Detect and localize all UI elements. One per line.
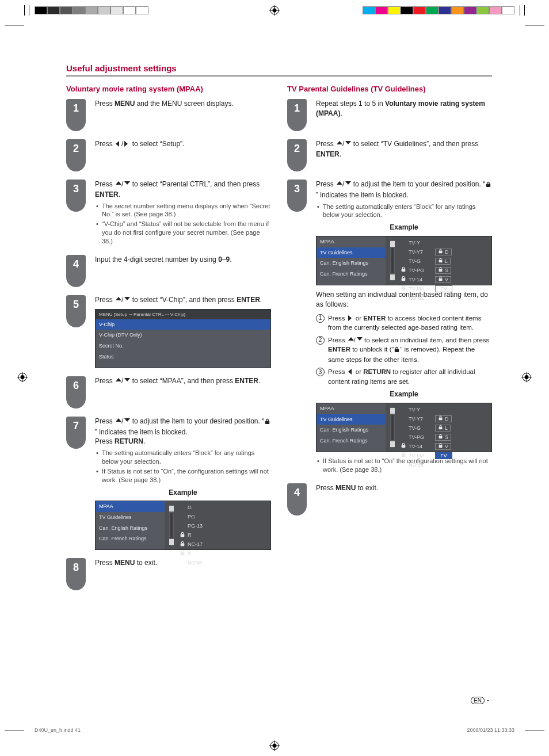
osd-sidebar-item: Can. French Ratings [96,533,165,544]
step-notes: The setting automatically enters “Block”… [95,449,271,484]
osd-screenshot: MPAATV GuidelinesCan. English RatingsCan… [95,501,271,550]
crop-tick [524,5,525,16]
down-arrow-icon [123,296,130,306]
down-arrow-icon [123,417,130,427]
osd-sidebar-item: TV Guidelines [96,512,165,523]
circled-number: 2 [316,336,325,345]
step: 4 Press MENU to exit. [287,483,492,516]
osd-rating-row: NONE [180,559,212,567]
osd-sidebar-item: Can. English Ratings [317,425,386,436]
osd-screenshot: MPAATV GuidelinesCan. English RatingsCan… [316,236,492,285]
osd-scrollbar [390,407,395,448]
circled-number: 3 [316,368,325,376]
svg-rect-20 [439,269,443,272]
up-arrow-icon [115,417,121,427]
osd-sidebar-item: Can. English Ratings [96,523,165,534]
left-arrow-icon [347,368,354,377]
svg-rect-24 [395,349,399,353]
step-notes: The secret number setting menu displays … [95,202,271,246]
lock-icon [180,550,185,558]
example-label: Example [316,223,492,232]
svg-rect-29 [439,445,443,448]
osd-menu-item: V-Chip [96,319,270,330]
osd-rating-label: TV-Y7 [409,415,433,423]
sub-step: 1Press or ENTER to access blocked conten… [316,314,492,333]
osd-sidebar-item: Can. French Ratings [317,436,386,446]
crop-tick [24,5,25,16]
osd-content-box: L [435,425,451,432]
up-arrow-icon [336,140,342,150]
osd-sidebar: MPAATV GuidelinesCan. English RatingsCan… [317,403,386,452]
osd-rating-label: TV-Y [409,239,433,247]
lock-icon [401,442,406,450]
up-arrow-icon [336,180,342,190]
osd-rating-label: X [188,550,212,558]
osd-sidebar: MPAATV GuidelinesCan. English RatingsCan… [96,501,165,549]
step: 2 Press / to select “Setup”. [66,139,271,171]
registration-mark-icon [269,5,280,16]
sub-steps: 1Press or ENTER to access blocked conten… [316,314,492,387]
right-arrow-icon [347,314,354,324]
step-text: Press / to adjust the item to your desir… [95,417,271,551]
sub-step: 2Press / to select an individual item, a… [316,336,492,365]
svg-rect-25 [439,418,443,421]
example-label: Example [316,390,492,399]
step-number-badge: 7 [66,417,86,449]
step-number-badge: 3 [66,180,86,212]
osd-rating-row: TV-MAFV [401,285,452,293]
step: 7 Press / to adjust the item to your des… [66,417,271,551]
crop-mark [525,730,544,731]
crop-mark [5,25,24,26]
up-arrow-icon [347,336,354,346]
dash-icon: - [487,696,489,704]
osd-rating-label: G [188,504,212,511]
sub-step-text: Press or RETURN to register after all in… [328,368,492,386]
color-swatches-grey [35,6,148,14]
step-number-badge: 5 [66,295,86,327]
registration-mark-icon [521,372,532,384]
osd-content-box: V [435,276,451,283]
lock-icon [438,415,443,423]
crop-tick [520,5,520,16]
osd-rating-label: R [188,532,212,539]
columns: Voluntary movie rating system (MPAA) 1 P… [66,85,492,598]
osd-rating-label: NC-17 [188,541,212,548]
osd-content-box: S [435,434,451,441]
osd-rating-label: TV-14 [409,276,433,284]
osd-rating-label: NONE [409,295,433,302]
osd-rating-row: G [180,503,212,511]
svg-rect-15 [181,552,185,555]
osd-sidebar-item: MPAA [96,501,165,512]
svg-rect-16 [486,184,490,188]
osd-content-box: L [435,258,451,265]
circled-number: 1 [316,314,325,323]
down-arrow-icon [344,140,351,150]
osd-main: GPGPG-13RNC-17XNONE [165,501,270,549]
step-text: Press / to select “MPAA”, and then press… [95,376,271,387]
svg-rect-17 [439,251,443,254]
osd-rating-row: PG-13 [180,522,212,530]
osd-main: TV-YTV-Y7DTV-GLTV-PGSTV-14VTV-MAFVNONE [386,403,491,452]
up-arrow-icon [115,296,121,306]
osd-rating-label: PG [188,513,212,521]
osd-rating-label: TV-MA [409,285,433,293]
osd-content-box: S [435,267,451,274]
lock-icon [401,266,406,274]
left-heading: Voluntary movie rating system (MPAA) [66,85,271,93]
step: 5 Press / to select “V-Chip”, and then p… [66,295,271,368]
svg-rect-19 [402,269,406,272]
osd-rating-label: TV-G [409,258,433,265]
step-number-badge: 3 [287,180,307,212]
step: 1 Repeat steps 1 to 5 in Voluntary movie… [287,99,492,131]
osd-rating-row: TV-GL [401,257,452,265]
osd-sidebar-item: Can. French Ratings [317,269,386,280]
osd-menu-item: Secret No. [96,341,270,352]
osd-rating-row: TV-Y7D [401,248,452,256]
up-arrow-icon [115,377,121,387]
footer-date: 2006/01/23 11:33:33 [467,727,514,733]
osd-rating-row: X [180,549,212,558]
footer-slug: D40U_en_h.indd 41 2006/01/23 11:33:33 [35,727,514,733]
note-item: “V-Chip” and “Status” will not be select… [95,220,271,246]
down-arrow-icon [344,180,351,190]
osd-rating-label: TV-Y7 [409,249,433,256]
